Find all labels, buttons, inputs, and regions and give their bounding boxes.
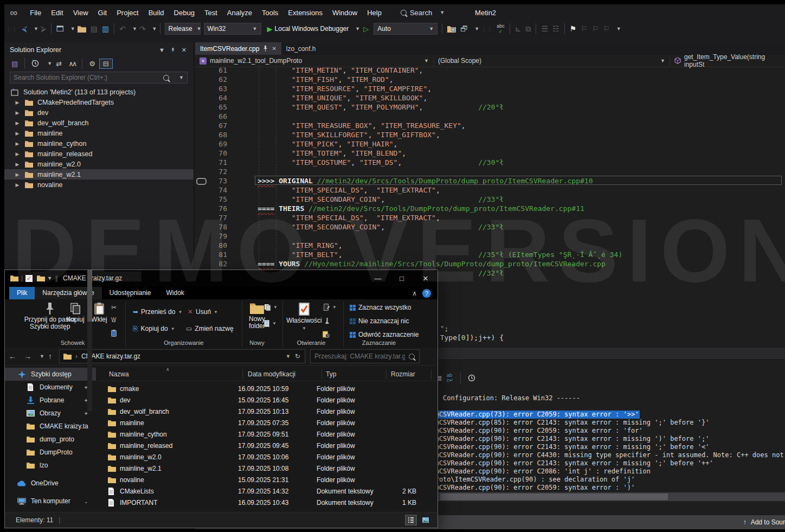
copy-button[interactable]: Kopiuj	[63, 303, 87, 323]
quick-access-folder-icon[interactable]	[10, 275, 18, 281]
forward-button[interactable]: →	[24, 352, 31, 361]
customize-quick-access-dropdown[interactable]: ▼	[47, 275, 52, 281]
menu-help[interactable]: Help	[362, 7, 387, 19]
file-row-mainline_cython[interactable]: mainline_cython17.09.2025 09:51Folder pl…	[98, 428, 437, 440]
open-button[interactable]	[325, 318, 330, 324]
save-button[interactable]: ▤	[88, 22, 100, 36]
code-line-62[interactable]: 62 "ITEM_FISH", "ITEM_ROD",	[195, 75, 785, 84]
code-line-74[interactable]: 74 "ITEM_SPECIAL_DS", "ITEM_EXTRACT",	[195, 185, 785, 195]
attach-dropdown[interactable]: Auto▼	[374, 23, 437, 35]
nav-item-ten-komputer[interactable]: Ten komputer⌄	[5, 495, 96, 508]
show-all-files-button[interactable]: ⊟	[99, 59, 113, 69]
clock-icon[interactable]	[468, 374, 475, 382]
spell-check-button[interactable]: abc✓	[494, 23, 507, 34]
output-line[interactable]: ItemCSVReader.cpp(90): error C2059: synt…	[423, 427, 785, 435]
solution-search-input[interactable]	[10, 74, 163, 81]
nav-item-cmake-kraizy-ta[interactable]: CMAKE kraizy.ta	[5, 420, 96, 433]
code-line-64[interactable]: 64 "ITEM_UNIQUE", "ITEM_SKILLBOOK",	[195, 93, 785, 102]
expand-chevron-icon[interactable]: ▶	[14, 141, 21, 146]
explorer-title-bar[interactable]: | ✓ ▼ ∥ CMAKE kraizy.tar.gz — □ ✕	[5, 270, 437, 286]
sidebar-item-mainline_w2.1[interactable]: ▶mainline_w2.1	[4, 169, 194, 180]
properties-wrench-button[interactable]: ⚙	[86, 59, 98, 68]
menu-view[interactable]: View	[68, 7, 93, 19]
explorer-search-box[interactable]	[310, 349, 420, 363]
output-line[interactable]: ItemCSVReader.cpp(90): error C4430: miss…	[423, 451, 785, 459]
file-row-cmakelists[interactable]: CMakeLists17.09.2025 14:32Dokument tekst…	[98, 485, 437, 497]
nav-item-dumpproto[interactable]: DumpProto	[5, 446, 96, 459]
menu-git[interactable]: Git	[93, 7, 112, 19]
details-view-button[interactable]	[405, 515, 417, 525]
nav-item-obrazy[interactable]: Obrazy✦	[5, 407, 96, 420]
select-none-button[interactable]: Nie zaznaczaj nic	[350, 317, 409, 325]
new-item-button[interactable]: ▼	[264, 304, 278, 311]
member-dropdown[interactable]: get_Item_Type_Value(string inputSt	[670, 55, 785, 67]
output-line[interactable]: ItemCSVReader.cpp(90): error C2086: 'int…	[423, 467, 785, 476]
chevron-down-icon[interactable]: ▼	[34, 26, 38, 31]
code-line-72[interactable]: 72	[195, 167, 785, 176]
nav-item-lzo[interactable]: lzo	[5, 459, 96, 472]
expand-chevron-icon[interactable]: ▶	[14, 120, 21, 126]
copy-to-button[interactable]: ⎘Kopiuj do▼	[133, 325, 175, 332]
chevron-down-icon[interactable]: ▼	[152, 26, 157, 31]
easy-access-button[interactable]: ▼	[264, 320, 276, 327]
code-line-82[interactable]: 82 ==== YOURS //Hyo/metin2/mainline/Srcs…	[195, 259, 785, 268]
file-row-mainline[interactable]: mainline17.09.2025 07:35Folder plików	[98, 417, 437, 428]
menu-edit[interactable]: Edit	[46, 7, 68, 19]
chevron-down-icon[interactable]: ▼	[355, 26, 360, 31]
collapse-all-button[interactable]: ∧∧	[66, 59, 78, 68]
sidebar-scrollbar-thumb[interactable]	[87, 270, 92, 322]
solution-search-box[interactable]: ▼	[10, 72, 188, 84]
sidebar-item-cmakepredefinedtargets[interactable]: ▶CMakePredefinedTargets	[4, 97, 194, 107]
file-row-novaline[interactable]: novaline15.09.2025 21:31Folder plików	[98, 474, 437, 485]
pin-tab-icon[interactable]	[263, 46, 268, 52]
comment-selection-button[interactable]: ⧉	[523, 22, 533, 36]
pending-changes-filter-button[interactable]	[29, 59, 42, 68]
output-line[interactable]: proto\ItemCSVReader.cpp(90) : see declar…	[423, 476, 785, 484]
code-line-71[interactable]: 71 "ITEM_COSTUME", "ITEM_DS", //30°ł	[195, 158, 785, 167]
nav-item-dump-proto[interactable]: dump_proto	[5, 433, 96, 446]
expand-chevron-icon[interactable]: ▶	[14, 110, 21, 116]
menu-extensions[interactable]: Extensions	[283, 7, 327, 19]
ribbon-tab-udostepnianie[interactable]: Udostępnianie	[102, 287, 159, 299]
bookmark-margin-icon[interactable]	[196, 178, 207, 185]
column-rozmiar[interactable]: Rozmiar	[391, 370, 415, 378]
code-line-61[interactable]: 61 "ITEM_METIN", "ITEM_CONTAINER",	[195, 66, 785, 75]
collapse-ribbon-icon[interactable]: ∧	[407, 287, 422, 299]
code-line-68[interactable]: 68 "ITEM_SKILLFORGET", "ITEM_GIFTBOX",	[195, 130, 785, 139]
cut-button[interactable]: ✂	[111, 304, 117, 311]
scope-dropdown[interactable]: (Global Scope) ▼	[434, 55, 670, 67]
tab-itemcsvreader[interactable]: ItemCSVReader.cpp ✕	[195, 42, 281, 55]
column-nazwa[interactable]: Nazwa	[109, 370, 129, 378]
output-line[interactable]: ItemCSVReader.cpp(90): error C2143: synt…	[423, 459, 785, 467]
previous-bookmark-button[interactable]: ⚐	[578, 22, 590, 36]
history-button[interactable]	[323, 331, 330, 338]
expand-chevron-icon[interactable]: ▶	[14, 172, 21, 177]
file-row-dev[interactable]: dev15.09.2025 16:45Folder plików	[98, 394, 437, 406]
output-line[interactable]: ItemCSVReader.cpp(90): error C2143: synt…	[423, 443, 785, 451]
start-without-debugging-icon[interactable]: ▷	[363, 25, 369, 33]
sidebar-item-mainline_released[interactable]: ▶mainline_released	[4, 149, 194, 159]
sidebar-item-dev[interactable]: ▶dev	[4, 107, 194, 118]
nav-item-pobrane[interactable]: Pobrane✦	[5, 394, 96, 407]
menu-analyze[interactable]: Analyze	[222, 7, 257, 19]
code-line-80[interactable]: 80 "ITEM_RING",	[195, 241, 785, 250]
help-button[interactable]: ?	[422, 289, 431, 298]
close-tab-icon[interactable]: ✕	[272, 46, 276, 52]
address-bar[interactable]: › CMAKE kraizy.tar.gz ▼ ↻	[59, 349, 305, 363]
output-line[interactable]	[423, 402, 785, 411]
output-line[interactable]: ItemCSVReader.cpp(90): error C2059: synt…	[423, 484, 785, 492]
decrease-indent-button[interactable]: ☰	[539, 22, 550, 36]
undo-button[interactable]: ↶	[117, 22, 128, 36]
file-row-mainline_w2.0[interactable]: mainline_w2.017.09.2025 10:06Folder plik…	[98, 451, 437, 463]
code-line-67[interactable]: 67 "ITEM_TREASURE_BOX", "ITEM_TREASURE_K…	[195, 121, 785, 130]
new-project-button[interactable]: 🗔	[54, 22, 66, 36]
search-menu[interactable]: Search ▼	[401, 9, 445, 17]
close-button[interactable]: ✕	[414, 270, 437, 286]
select-all-button[interactable]: Zaznacz wszystko	[350, 304, 411, 311]
back-button[interactable]: ←	[9, 352, 16, 361]
maximize-button[interactable]: □	[390, 270, 414, 286]
properties-button[interactable]: Właściwości▼	[287, 303, 321, 332]
code-line-65[interactable]: 65 "ITEM_QUEST", "ITEM_POLYMORPH", //20°…	[195, 102, 785, 112]
minimize-button[interactable]: —	[366, 270, 390, 286]
chevron-down-icon[interactable]: ▼	[179, 75, 184, 80]
